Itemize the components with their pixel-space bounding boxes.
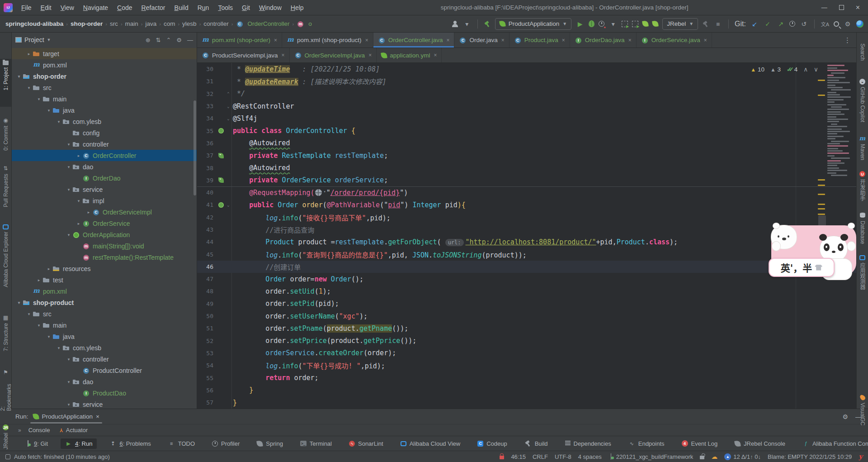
toolwindow-button[interactable]: ≡TODO (164, 438, 199, 449)
tree-row[interactable]: ▾main (12, 93, 197, 105)
cloud-config-icon[interactable]: ☁ (711, 453, 717, 460)
search-icon[interactable] (834, 21, 839, 27)
code-line[interactable]: 54 log.info("下单{}号成功! ",pid); (197, 359, 856, 372)
maximize-button[interactable] (839, 5, 844, 10)
tree-row[interactable]: ▾service (12, 399, 197, 409)
code-line[interactable]: 30 * @updateTime : [2022/1/25 10:08] (197, 63, 856, 75)
translate-icon[interactable]: 文A (821, 19, 830, 29)
tree-row[interactable]: pom.xml (12, 59, 197, 71)
run-with-coverage-icon[interactable] (622, 21, 628, 27)
chevron-right-icon[interactable]: » (18, 427, 21, 433)
spring-bean-icon[interactable] (218, 128, 224, 133)
fold-marker[interactable]: ⌄ (225, 116, 231, 121)
tree-chevron-icon[interactable]: ▾ (75, 199, 82, 203)
code-line[interactable]: 51 order.setPname(product.getPname()); (197, 322, 856, 334)
line-ending[interactable]: CRLF (533, 453, 548, 460)
editor-tab[interactable]: OrderController.java× (373, 33, 455, 48)
code-line[interactable]: 48 order.setUid(1); (197, 285, 856, 297)
tree-chevron-icon[interactable]: ▾ (55, 119, 62, 124)
toolwindow-button[interactable]: CCodeup (473, 438, 512, 449)
editor-tab[interactable]: pom.xml (shop-product)× (282, 33, 373, 48)
code-line[interactable]: 53 orderService.createOrder(order); (197, 347, 856, 359)
tool-stripe-item[interactable]: 1: Project (0, 59, 11, 107)
user-icon[interactable] (451, 20, 458, 28)
debug-icon[interactable] (589, 20, 594, 27)
tree-chevron-icon[interactable]: ▾ (45, 108, 52, 113)
code-line[interactable]: 34⌄@Slf4j (197, 112, 856, 124)
tree-chevron-icon[interactable]: ▾ (55, 346, 62, 350)
tree-chevron-icon[interactable]: ▾ (15, 74, 23, 79)
close-icon[interactable]: × (446, 37, 449, 43)
editor-tab[interactable]: OrderService.java× (637, 33, 712, 48)
tool-stripe-item[interactable]: 应用观测器 (857, 253, 868, 297)
chevron-down-icon[interactable]: ▼ (47, 38, 51, 42)
tree-chevron-icon[interactable]: ▾ (65, 187, 72, 192)
code-line[interactable]: 45 log.info("查询到{}商品的信息是{}",pid, JSON.to… (197, 248, 856, 260)
run-icon[interactable]: ▶ (576, 19, 585, 29)
tree-chevron-icon[interactable]: ▸ (75, 153, 82, 158)
caret-position[interactable]: 46:15 (511, 453, 526, 460)
toolwindow-button[interactable]: Build (520, 438, 552, 449)
close-icon[interactable]: × (96, 413, 99, 420)
breadcrumb-item[interactable]: com (163, 20, 176, 27)
tree-chevron-icon[interactable]: ▾ (65, 380, 72, 384)
project-scrollbar[interactable] (193, 100, 196, 195)
git-branch-widget[interactable]: 220121_xgc_buildFramework (609, 453, 693, 460)
git-history-icon[interactable] (789, 21, 795, 27)
tree-chevron-icon[interactable]: ▾ (65, 142, 72, 147)
fold-marker[interactable]: ⌃ (225, 91, 231, 96)
tool-stripe-item[interactable]: ◉0: Commit (0, 115, 11, 157)
toolwindow-button[interactable]: Alibaba Cloud View (396, 438, 465, 449)
toolwindow-button[interactable]: 4Event Log (677, 438, 722, 449)
editor-tab[interactable]: Product.java× (509, 33, 570, 48)
tree-row[interactable]: ProductController (12, 365, 197, 376)
rerun-with-coverage-icon[interactable] (632, 21, 638, 27)
breadcrumb-item[interactable]: ylesb (181, 20, 198, 27)
tree-row[interactable]: ▾java (12, 331, 197, 342)
url-globe-icon[interactable] (315, 189, 322, 196)
tree-row[interactable]: ▾impl (12, 195, 197, 206)
breadcrumb-item[interactable]: shop-order (70, 20, 104, 27)
unlock-icon[interactable] (700, 456, 704, 459)
tree-chevron-icon[interactable]: ▾ (35, 97, 42, 101)
toolwindow-button[interactable]: >_Terminal (296, 438, 336, 449)
code-line[interactable]: 39 private OrderService orderService; (197, 174, 856, 186)
tree-chevron-icon[interactable]: ▾ (65, 357, 72, 362)
code-line[interactable]: 40 @RequestMapping("/order/prod/{pid}") (197, 186, 856, 199)
breadcrumb-item[interactable]: src (109, 20, 119, 27)
tool-stripe-item[interactable]: ▦7: Structure (0, 312, 11, 358)
tree-chevron-icon[interactable]: ▾ (65, 402, 72, 407)
locate-file-button[interactable]: ⊕ (146, 37, 151, 43)
tree-row[interactable]: ▾java (12, 105, 197, 116)
tree-row[interactable]: ▾shop-product (12, 297, 197, 308)
toolwindow-button[interactable]: JRebel Console (730, 438, 790, 449)
code-editor[interactable]: ▲ 10 ▲ 3 ✓✓4 ∧ ∨ 30 * @updateTime : [202… (197, 63, 856, 409)
tool-stripe-item[interactable]: U开发助手 (857, 169, 868, 204)
close-icon[interactable]: × (501, 37, 505, 43)
tree-row[interactable]: ▾src (12, 308, 197, 319)
tree-row[interactable]: pom.xml (12, 286, 197, 297)
tree-row[interactable]: ▾com.ylesb (12, 116, 197, 127)
tree-row[interactable]: ▾shop-order (12, 71, 197, 82)
code-line[interactable]: 38 @Autowired (197, 162, 856, 174)
toolwindow-button[interactable]: ▶4: Run (61, 438, 97, 449)
code-line[interactable]: 56 } (197, 384, 856, 396)
close-icon[interactable]: × (562, 37, 565, 43)
tool-stripe-item[interactable]: JRJRebel (0, 423, 11, 462)
tool-stripe-item[interactable]: Search (857, 42, 868, 70)
menu-item-window[interactable]: Window (255, 2, 286, 13)
close-icon[interactable]: × (282, 52, 285, 58)
tool-stripe-item[interactable]: Alibaba Cloud Explorer (0, 223, 11, 304)
code-line[interactable]: 36 @Autowired (197, 137, 856, 149)
tree-chevron-icon[interactable]: ▾ (15, 300, 23, 305)
autowired-bean-icon[interactable] (218, 177, 224, 183)
tab-options-icon[interactable]: ⋮ (839, 33, 856, 48)
git-push-icon[interactable]: ↗ (776, 19, 785, 29)
fold-marker[interactable]: ⌄ (225, 203, 231, 207)
menu-item-edit[interactable]: Edit (37, 2, 56, 13)
tree-chevron-icon[interactable]: ▸ (25, 52, 33, 56)
menu-item-file[interactable]: File (17, 2, 36, 13)
menu-item-tools[interactable]: Tools (214, 2, 237, 13)
tree-row[interactable]: ▾OrderApplication (12, 229, 197, 240)
menu-item-navigate[interactable]: Navigate (79, 2, 112, 13)
